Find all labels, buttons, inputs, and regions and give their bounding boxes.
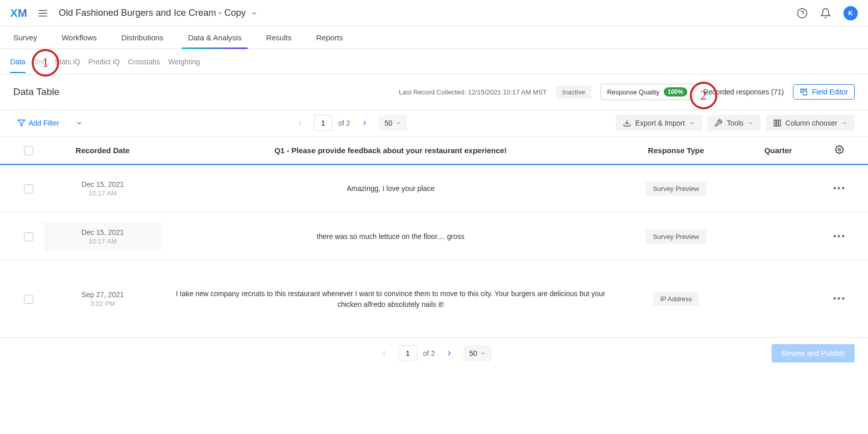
chevron-left-icon (380, 349, 389, 357)
pager-bottom: of 2 50 (376, 345, 492, 361)
row-checkbox[interactable] (24, 184, 33, 194)
column-chooser-button[interactable]: Column chooser (766, 115, 855, 131)
menu-icon[interactable] (37, 8, 49, 19)
field-editor-icon (800, 88, 808, 96)
row-checkbox[interactable] (24, 232, 33, 242)
row-date: Dec 15, 2021 (44, 228, 161, 236)
page-size-value: 50 (384, 119, 393, 127)
project-title-dropdown[interactable]: Old Fashioned Burgers and Ice Cream - Co… (59, 8, 258, 18)
review-publish-button[interactable]: Review and Publish (771, 344, 855, 363)
svg-rect-12 (774, 120, 776, 126)
tab-workflows[interactable]: Workflows (62, 27, 97, 49)
filter-icon (17, 119, 26, 127)
col-header-q1[interactable]: Q1 - Please provide feedback about your … (161, 146, 620, 155)
chevron-down-icon (395, 120, 401, 126)
page-prev[interactable] (376, 347, 393, 359)
svg-rect-13 (777, 120, 778, 126)
tab-results[interactable]: Results (266, 27, 292, 49)
project-title-text: Old Fashioned Burgers and Ice Cream - Co… (59, 8, 246, 18)
tab-survey[interactable]: Survey (13, 27, 37, 49)
field-editor-label: Field Editor (812, 88, 848, 96)
page-prev[interactable] (292, 117, 308, 129)
footer: of 2 50 Review and Publish (0, 337, 868, 369)
subtab-predict-iq[interactable]: Predict iQ (88, 51, 119, 73)
table-row[interactable]: Dec 15, 2021 10:17 AM there was so much … (0, 213, 868, 261)
add-filter-label: Add Filter (29, 119, 59, 127)
page-size-select[interactable]: 50 (379, 115, 407, 131)
svg-point-7 (806, 89, 807, 90)
svg-rect-9 (803, 91, 807, 95)
topbar-right: K (797, 6, 858, 20)
svg-point-15 (838, 149, 841, 151)
subtab-weighting[interactable]: Weighting (168, 51, 200, 73)
subtab-text[interactable]: Text (34, 51, 47, 73)
main-tabs: Survey Workflows Distributions Data & An… (0, 27, 868, 49)
subtab-stats-iq[interactable]: Stats iQ (55, 51, 80, 73)
svg-marker-10 (18, 120, 25, 126)
export-import-label: Export & Import (635, 119, 685, 127)
svg-point-8 (801, 91, 802, 93)
table-row[interactable]: Dec 15, 2021 10:17 AM Amazingg, I love y… (0, 165, 868, 213)
page-title: Data Table (13, 86, 60, 98)
chevron-right-icon (445, 349, 453, 357)
tools-button[interactable]: Tools (707, 115, 761, 131)
notifications-icon[interactable] (820, 8, 831, 19)
table-settings-button[interactable] (835, 145, 844, 154)
sub-tabs: Data Text Stats iQ Predict iQ Crosstabs … (0, 49, 868, 75)
subtab-data[interactable]: Data (10, 51, 26, 73)
export-import-button[interactable]: Export & Import (616, 115, 702, 131)
response-quality-badge: 100% (664, 87, 688, 97)
select-all-checkbox[interactable] (24, 146, 33, 155)
chevron-left-icon (296, 119, 304, 127)
page-next[interactable] (356, 117, 373, 129)
tools-label: Tools (727, 119, 743, 127)
section-header: Data Table Last Record Collected: 12/15/… (0, 75, 868, 109)
page-total-label: of 2 (339, 119, 350, 127)
logo[interactable]: XM (10, 7, 27, 20)
chevron-down-icon (841, 120, 848, 126)
row-response-type: IP Address (653, 292, 700, 306)
row-date: Sep 27, 2021 (44, 291, 161, 299)
page-number-input[interactable] (399, 345, 417, 361)
svg-point-5 (801, 89, 802, 90)
svg-rect-14 (779, 120, 780, 126)
table-row[interactable]: Sep 27, 2021 3:02 PM I take new company … (0, 261, 868, 337)
download-icon (623, 119, 631, 127)
tab-data-analysis[interactable]: Data & Analysis (188, 27, 242, 49)
add-filter-button[interactable]: Add Filter (13, 116, 63, 130)
row-actions-menu[interactable]: ••• (833, 231, 846, 242)
avatar[interactable]: K (843, 6, 858, 20)
row-response-type: Survey Preview (646, 182, 706, 196)
page-size-value: 50 (469, 349, 477, 357)
inactive-toggle[interactable]: Inactive (556, 85, 591, 99)
row-response-type: Survey Preview (646, 230, 706, 244)
col-header-recorded-date[interactable]: Recorded Date (44, 146, 161, 155)
filter-dropdown-toggle[interactable] (76, 119, 83, 127)
help-icon[interactable] (797, 8, 808, 19)
data-table: Recorded Date Q1 - Please provide feedba… (0, 137, 868, 337)
chevron-right-icon (360, 119, 369, 127)
row-checkbox[interactable] (24, 295, 33, 304)
col-header-quarter[interactable]: Quarter (732, 146, 824, 155)
chevron-down-icon (689, 120, 695, 126)
row-actions-menu[interactable]: ••• (833, 294, 846, 304)
chevron-down-icon (76, 119, 83, 127)
table-header: Recorded Date Q1 - Please provide feedba… (0, 137, 868, 165)
filter-toolbar: Add Filter of 2 50 Export & Import Tools… (0, 109, 868, 137)
chevron-down-icon (748, 120, 754, 126)
col-header-response-type[interactable]: Response Type (620, 146, 732, 155)
row-actions-menu[interactable]: ••• (833, 183, 846, 194)
page-next[interactable] (441, 347, 457, 359)
page-number-input[interactable] (314, 115, 332, 131)
row-time: 3:02 PM (44, 300, 161, 307)
subtab-crosstabs[interactable]: Crosstabs (128, 51, 160, 73)
field-editor-button[interactable]: Field Editor (793, 84, 855, 100)
page-total-label: of 2 (423, 349, 435, 357)
row-date: Dec 15, 2021 (44, 180, 161, 188)
wrench-icon (714, 119, 722, 127)
response-quality-button[interactable]: Response Quality 100% (600, 84, 694, 100)
page-size-select[interactable]: 50 (464, 346, 492, 361)
recorded-responses-count: Recorded responses (71) (703, 88, 784, 96)
tab-distributions[interactable]: Distributions (122, 27, 164, 49)
tab-reports[interactable]: Reports (316, 27, 343, 49)
